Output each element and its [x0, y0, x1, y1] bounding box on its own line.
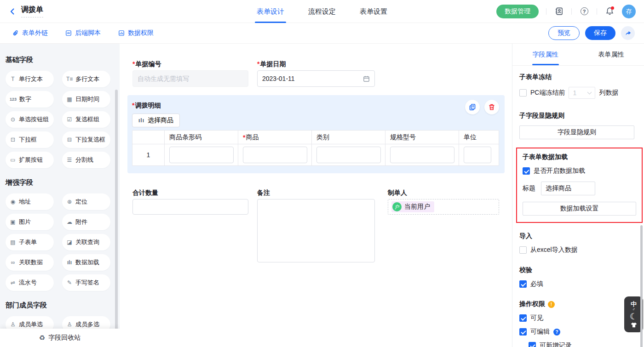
visible-checkbox[interactable] — [519, 314, 527, 322]
field-item-linked-data[interactable]: ∞关联数据 — [6, 254, 54, 271]
contacts-book-icon[interactable] — [554, 6, 564, 17]
field-recycle-bin[interactable]: ♻ 字段回收站 — [0, 329, 120, 347]
shirt-icon[interactable] — [630, 322, 638, 328]
field-item-geolocation[interactable]: ⊕定位 — [62, 193, 110, 210]
avatar[interactable]: 存 — [622, 5, 636, 18]
calendar-icon: ▦ — [66, 96, 73, 102]
number-icon: 123 — [10, 97, 17, 102]
field-item-dropdown[interactable]: ⊡下拉框 — [6, 131, 54, 148]
doc-no-input[interactable] — [132, 70, 248, 87]
divider — [546, 8, 546, 15]
back-icon[interactable] — [8, 7, 17, 16]
field-item-number[interactable]: 123数字 — [6, 91, 54, 108]
divider-icon: ☰ — [66, 157, 73, 163]
field-item-multi-dropdown[interactable]: ⊟下拉复选框 — [62, 131, 110, 148]
select-goods-button[interactable]: ılı 选择商品 — [132, 114, 180, 127]
form-canvas: *单据编号 *单据日期 2023-01-11 *调拨明细 — [120, 44, 512, 347]
excel-import-checkbox[interactable] — [519, 246, 527, 254]
tab-field-properties[interactable]: 字段属性 — [512, 44, 578, 65]
person-icon: ♙ — [10, 321, 16, 328]
can-add-record-label: 可新增记录 — [540, 341, 572, 347]
field-item-address[interactable]: ◉地址 — [6, 193, 54, 210]
field-item-image[interactable]: ▣图片 — [6, 214, 54, 230]
field-item-radio-group[interactable]: ⊙单选按钮组 — [6, 111, 54, 128]
notification-dot — [611, 6, 614, 10]
required-label: 必填 — [530, 280, 543, 288]
barcode-input[interactable] — [169, 147, 234, 163]
language-icon[interactable]: 中 — [631, 301, 637, 307]
moon-icon[interactable]: ☾ — [630, 312, 638, 321]
spec-input[interactable] — [390, 147, 454, 163]
subfield-rules-title: 子字段显隐规则 — [519, 112, 637, 120]
tab-form-settings[interactable]: 表单设置 — [360, 0, 387, 23]
help-circle-icon[interactable]: ? — [553, 329, 560, 336]
sidebar-scrollbar[interactable] — [115, 90, 118, 347]
subform-label: *调拨明细 — [132, 102, 161, 110]
creator-field[interactable]: 户 当前用户 — [388, 199, 499, 215]
field-item-datetime[interactable]: ▦日期时间 — [62, 91, 110, 108]
share-button[interactable] — [621, 26, 635, 40]
data-load-settings-button[interactable]: 数据加载设置 — [523, 202, 636, 216]
field-visibility-rules-button[interactable]: 字段显隐规则 — [519, 125, 634, 139]
field-item-multi-line-text[interactable]: T≡多行文本 — [62, 71, 110, 87]
dropdown-icon: ⊡ — [10, 137, 16, 143]
freeze-count-select[interactable]: 1 — [569, 87, 595, 99]
tab-process-setting[interactable]: 流程设定 — [308, 0, 336, 23]
save-button[interactable]: 保存 — [585, 26, 615, 40]
required-checkbox[interactable] — [519, 280, 527, 288]
serial-icon: ⇌ — [10, 279, 16, 286]
can-add-record-checkbox[interactable] — [529, 342, 536, 347]
freeze-checkbox[interactable] — [519, 89, 527, 97]
doc-date-input[interactable]: 2023-01-11 — [257, 70, 375, 87]
field-item-linked-query[interactable]: ◪关联查询 — [62, 234, 110, 250]
doc-no-label: *单据编号 — [132, 60, 161, 68]
subform-icon: ▤ — [10, 239, 16, 245]
data-permission-button[interactable]: 数据权限 — [118, 29, 154, 37]
calendar-icon — [363, 75, 370, 82]
field-item-signature[interactable]: ✎手写签名 — [62, 274, 110, 291]
field-item-divider-line[interactable]: ☰分割线 — [62, 152, 110, 168]
field-item-data-load[interactable]: ılı数据加载 — [62, 254, 110, 271]
preview-button[interactable]: 预览 — [548, 26, 580, 40]
subform-freeze-title: 子表单冻结 — [519, 73, 637, 81]
field-item-attachment[interactable]: ☁附件 — [62, 214, 110, 230]
help-icon[interactable]: ? — [579, 6, 589, 17]
editable-label: 可编辑 — [530, 328, 550, 336]
enable-data-load-checkbox[interactable] — [523, 167, 530, 175]
visible-label: 可见 — [530, 314, 543, 322]
field-item-single-line-text[interactable]: T单行文本 — [6, 71, 54, 87]
excel-import-label: 从excel导入数据 — [530, 246, 578, 254]
col-header-category: 类别 — [312, 131, 385, 144]
field-item-extend-button[interactable]: ▭扩展按钮 — [6, 152, 54, 168]
title-field-label: 标题 — [523, 184, 535, 193]
bar-chart-icon: ılı — [66, 259, 73, 266]
subform-transfer-detail[interactable]: *调拨明细 ılı 选择商品 商品条形码 *商品 类别 — [127, 95, 505, 173]
textarea-icon: T≡ — [66, 76, 73, 82]
field-item-subform[interactable]: ▤子表单 — [6, 234, 54, 250]
delete-subform-button[interactable] — [484, 100, 499, 114]
notification-bell-icon[interactable] — [604, 6, 615, 17]
total-qty-input[interactable] — [132, 199, 248, 215]
tab-form-properties[interactable]: 表单属性 — [578, 44, 644, 65]
freeze-suffix-label: 列数据 — [599, 89, 618, 97]
form-external-link-button[interactable]: 表单外链 — [12, 29, 48, 37]
gender-icon[interactable]: ♂ — [632, 307, 635, 312]
tab-form-design[interactable]: 表单设计 — [257, 0, 284, 23]
unit-input[interactable] — [464, 147, 491, 163]
backend-script-button[interactable]: 后端脚本 — [65, 29, 101, 37]
field-item-serial-number[interactable]: ⇌流水号 — [6, 274, 54, 291]
editable-checkbox[interactable] — [519, 328, 527, 336]
copy-subform-button[interactable] — [465, 100, 480, 114]
remark-textarea[interactable] — [257, 199, 375, 262]
field-item-checkbox-group[interactable]: ☑复选框组 — [62, 111, 110, 128]
creator-label: 制单人 — [388, 189, 407, 197]
panel-scrollbar[interactable] — [640, 225, 643, 347]
col-header-goods: *商品 — [238, 131, 312, 144]
page-title[interactable]: 调拨单 — [21, 5, 43, 17]
data-manage-button[interactable]: 数据管理 — [496, 5, 539, 18]
goods-input[interactable] — [243, 147, 307, 163]
recycle-icon: ♻ — [39, 334, 45, 342]
data-load-title-input[interactable] — [541, 182, 595, 195]
freeze-prefix-label: PC端冻结前 — [530, 89, 565, 97]
category-input[interactable] — [316, 147, 381, 163]
